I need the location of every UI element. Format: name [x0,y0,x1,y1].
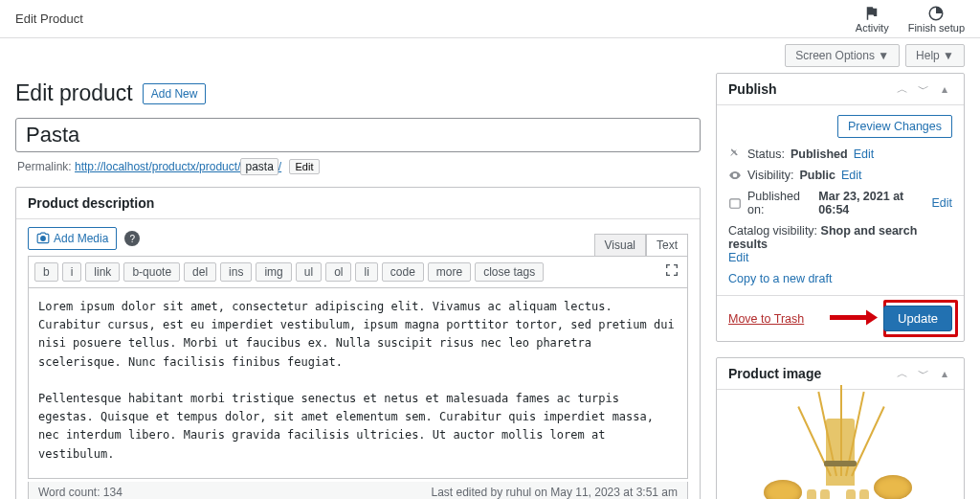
visibility-row: Visibility: Public Edit [728,169,952,182]
fullscreen-toggle[interactable] [664,262,679,281]
product-image-thumbnail[interactable] [717,390,964,499]
publish-actions: Move to Trash Update [717,295,964,341]
help-tooltip-icon[interactable] [124,231,140,246]
page-context-title: Edit Product [15,11,83,26]
page-title: Edit product [15,80,133,106]
editor-status-bar: Word count: 134 Last edited by ruhul on … [28,482,688,499]
status-row: Status: Published Edit [728,147,952,161]
finish-setup-button[interactable]: Finish setup [908,5,965,34]
media-icon [36,232,50,245]
edit-date-link[interactable]: Edit [931,196,952,210]
move-up-icon[interactable]: ︿ [895,366,910,381]
edit-permalink-button[interactable]: Edit [289,159,321,174]
svg-point-1 [40,236,46,241]
update-button[interactable]: Update [883,306,952,331]
qt-ul[interactable]: ul [296,262,322,282]
add-new-button[interactable]: Add New [143,83,207,104]
calendar-icon [728,196,742,210]
quicktags-toolbar: b i link b-quote del ins img ul ol li co… [28,256,688,287]
screen-options-toggle[interactable]: Screen Options ▼ [785,44,900,67]
move-up-icon[interactable]: ︿ [895,81,910,97]
qt-li[interactable]: li [355,262,377,282]
edit-catalog-link[interactable]: Edit [728,251,749,264]
catalog-visibility-row: Catalog visibility: Shop and search resu… [728,224,952,264]
word-count: Word count: 134 [38,486,122,499]
publish-box: Publish ︿ ﹀ ▴ Preview Changes Status: Pu… [716,73,965,342]
progress-circle-icon [927,5,945,22]
product-description-title: Product description [28,195,154,211]
qt-img[interactable]: img [256,262,291,282]
last-edited: Last edited by ruhul on May 11, 2023 at … [431,486,678,499]
published-on-row: Published on: Mar 23, 2021 at 06:54 Edit [728,190,952,216]
move-down-icon[interactable]: ﹀ [916,366,931,381]
top-bar: Edit Product Activity Finish setup [0,0,980,38]
qt-ol[interactable]: ol [325,262,351,282]
permalink-url[interactable]: http://localhost/productx/product/pasta/ [75,160,281,173]
edit-visibility-link[interactable]: Edit [841,169,862,182]
collapse-icon[interactable]: ▴ [937,366,952,381]
publish-box-title: Publish [728,81,777,97]
product-description-box: Product description Add Media Visual Tex… [15,187,701,499]
qt-ins[interactable]: ins [220,262,252,282]
product-image-title: Product image [728,366,821,381]
help-toggle[interactable]: Help ▼ [905,44,965,67]
screen-meta-links: Screen Options ▼ Help ▼ [0,38,980,73]
tab-visual[interactable]: Visual [594,234,646,256]
fullscreen-icon [664,262,679,278]
move-down-icon[interactable]: ﹀ [916,81,931,97]
copy-draft-link[interactable]: Copy to a new draft [728,272,832,285]
pasta-illustration [754,390,926,499]
product-image-box: Product image ︿ ﹀ ▴ [716,357,965,499]
eye-icon [728,169,742,182]
editor-mode-tabs: Visual Text [583,234,700,256]
pin-icon [728,147,742,161]
tab-text[interactable]: Text [646,234,688,256]
product-title-input[interactable] [15,118,701,152]
activity-button[interactable]: Activity [856,5,889,34]
qt-link[interactable]: link [85,262,120,282]
qt-more[interactable]: more [428,262,471,282]
flag-icon [863,5,880,22]
permalink-label: Permalink: [17,160,72,173]
annotation-arrow [830,306,878,330]
permalink-row: Permalink: http://localhost/productx/pro… [17,158,701,175]
svg-rect-2 [730,199,741,208]
content-textarea[interactable] [28,287,688,479]
qt-close-tags[interactable]: close tags [475,262,544,282]
qt-bquote[interactable]: b-quote [123,262,180,282]
edit-status-link[interactable]: Edit [854,147,875,161]
qt-code[interactable]: code [382,262,424,282]
preview-changes-button[interactable]: Preview Changes [837,115,952,138]
add-media-button[interactable]: Add Media [28,227,117,250]
collapse-icon[interactable]: ▴ [937,81,952,97]
qt-del[interactable]: del [184,262,216,282]
move-to-trash-link[interactable]: Move to Trash [728,312,804,326]
qt-italic[interactable]: i [62,262,82,282]
qt-bold[interactable]: b [34,262,58,282]
